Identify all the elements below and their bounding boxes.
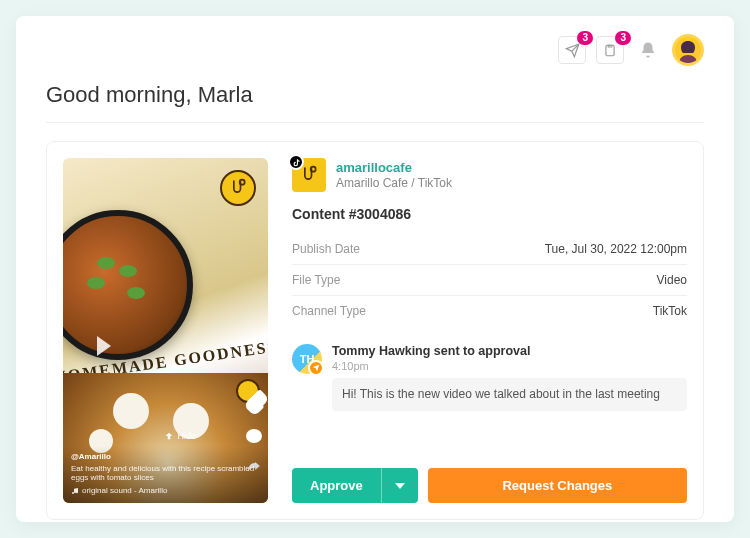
topbar: 3 3 xyxy=(46,34,704,66)
approve-group: Approve xyxy=(292,468,418,503)
activity-message: Hi! This is the new video we talked abou… xyxy=(332,378,687,411)
meta-value: Tue, Jul 30, 2022 12:00pm xyxy=(545,242,687,256)
svg-point-5 xyxy=(72,492,74,494)
meta-label: File Type xyxy=(292,273,340,287)
action-row: Approve Request Changes xyxy=(292,452,687,503)
utensils-icon xyxy=(299,165,319,185)
app-window: 3 3 Good morning, Marla HOMEMADE GOODNES… xyxy=(16,16,734,522)
meta-value: TikTok xyxy=(653,304,687,318)
clipboard-icon xyxy=(603,43,617,58)
svg-point-2 xyxy=(685,48,687,50)
video-preview[interactable]: HOMEMADE GOODNESS Hide @Amarillo Eat hea… xyxy=(63,158,268,503)
tasks-button[interactable]: 3 xyxy=(596,36,624,64)
bell-icon xyxy=(639,41,657,59)
paper-plane-icon xyxy=(565,43,580,58)
divider xyxy=(46,122,704,123)
hide-label: Hide xyxy=(164,431,196,441)
tiktok-sound: original sound - Amarillo xyxy=(71,486,260,495)
channel-logo xyxy=(292,158,326,192)
channel-name[interactable]: amarillocafe xyxy=(336,160,452,176)
content-meta: Publish DateTue, Jul 30, 2022 12:00pmFil… xyxy=(292,234,687,326)
like-icon xyxy=(243,395,264,416)
meta-value: Video xyxy=(657,273,687,287)
tiktok-sound-text: original sound - Amarillo xyxy=(82,486,167,495)
tiktok-platform-icon xyxy=(288,154,304,170)
activity-entry: TH Tommy Hawking sent to approval 4:10pm… xyxy=(292,344,687,411)
play-icon xyxy=(97,336,111,356)
tiktok-overlay: @Amarillo Eat healthy and delicious with… xyxy=(63,446,268,503)
channel-sub: Amarillo Cafe / TikTok xyxy=(336,176,452,190)
sent-badge: 3 xyxy=(577,31,593,45)
activity-avatar: TH xyxy=(292,344,322,374)
notifications-button[interactable] xyxy=(634,36,662,64)
svg-point-4 xyxy=(240,180,245,185)
content-heading: Content #3004086 xyxy=(292,206,687,222)
avatar-illustration xyxy=(676,39,700,63)
music-note-icon xyxy=(71,487,79,495)
activity-time: 4:10pm xyxy=(332,360,687,372)
hide-icon xyxy=(164,431,174,441)
page-greeting: Good morning, Marla xyxy=(46,82,704,108)
channel-row: amarillocafe Amarillo Cafe / TikTok xyxy=(292,158,687,192)
approve-dropdown-button[interactable] xyxy=(381,468,418,503)
tiktok-caption: Eat healthy and delicious with this reci… xyxy=(71,464,260,483)
meta-label: Channel Type xyxy=(292,304,366,318)
sent-items-button[interactable]: 3 xyxy=(558,36,586,64)
approval-card: HOMEMADE GOODNESS Hide @Amarillo Eat hea… xyxy=(46,141,704,520)
tiktok-handle: @Amarillo xyxy=(71,452,260,461)
approve-button[interactable]: Approve xyxy=(292,468,381,503)
food-image-top xyxy=(63,210,193,360)
tasks-badge: 3 xyxy=(615,31,631,45)
activity-sent-icon xyxy=(308,360,324,376)
comment-icon xyxy=(246,429,262,443)
meta-row: Publish DateTue, Jul 30, 2022 12:00pm xyxy=(292,234,687,265)
meta-label: Publish Date xyxy=(292,242,360,256)
svg-point-6 xyxy=(76,491,78,493)
brand-badge-icon xyxy=(220,170,256,206)
meta-row: Channel TypeTikTok xyxy=(292,296,687,326)
content-details: amarillocafe Amarillo Cafe / TikTok Cont… xyxy=(292,158,687,503)
chevron-down-icon xyxy=(395,483,405,489)
activity-title: Tommy Hawking sent to approval xyxy=(332,344,687,358)
svg-point-3 xyxy=(689,48,691,50)
svg-point-7 xyxy=(311,167,316,172)
meta-row: File TypeVideo xyxy=(292,265,687,296)
request-changes-button[interactable]: Request Changes xyxy=(428,468,687,503)
user-avatar[interactable] xyxy=(672,34,704,66)
hide-text: Hide xyxy=(177,431,196,441)
